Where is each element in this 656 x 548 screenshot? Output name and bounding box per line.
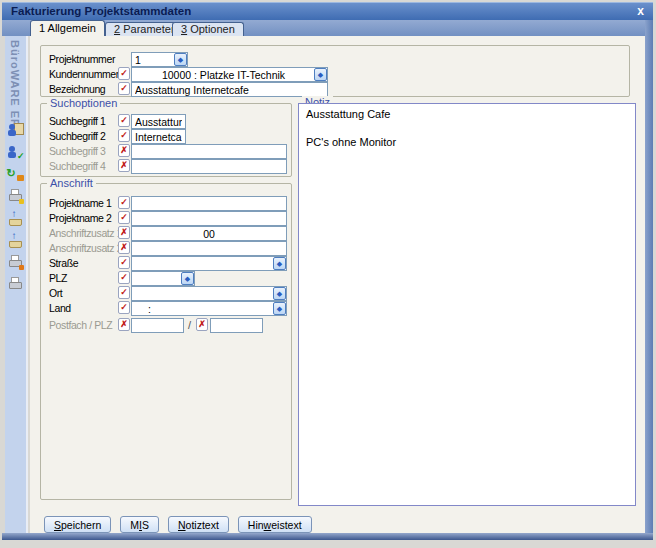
strasse-input[interactable] xyxy=(131,256,287,271)
plz-row: PLZ ✓ ◆ xyxy=(41,271,291,286)
x-icon[interactable]: ✗ xyxy=(196,318,208,331)
land-input[interactable] xyxy=(131,301,287,316)
general-group: Projektnummer ◆ Kundennummer ✓ ◆ Bezeich… xyxy=(40,45,630,97)
app-window: Fakturierung Projektstammdaten x 1 Allge… xyxy=(0,0,656,548)
printer-alert-icon[interactable] xyxy=(8,254,24,270)
tab-optionen-num: 3 xyxy=(181,23,187,35)
sidebar: BüroWARE ERP ✓ ↻ ↑ ↑ xyxy=(5,36,28,533)
window-title: Fakturierung Projektstammdaten xyxy=(11,5,191,17)
sidebar-toolbar: ✓ ↻ ↑ ↑ xyxy=(5,116,26,298)
ort-label: Ort xyxy=(49,287,62,299)
postfach-row: Postfach / PLZ ✗ / ✗ xyxy=(41,318,291,333)
suchbegriff-4-input[interactable] xyxy=(131,159,287,174)
kundennummer-row: Kundennummer ✓ ◆ xyxy=(41,67,629,82)
close-icon[interactable]: x xyxy=(637,4,644,18)
print-edit-icon[interactable] xyxy=(8,188,24,204)
anschrift-group: Anschrift Projektname 1 ✓ Projektname 2 … xyxy=(40,183,292,500)
speichern-button[interactable]: Speichern xyxy=(44,516,111,533)
check-icon[interactable]: ✓ xyxy=(118,129,130,142)
x-icon[interactable]: ✗ xyxy=(118,159,130,172)
spinner-icon[interactable]: ◆ xyxy=(314,68,327,81)
check-icon[interactable]: ✓ xyxy=(118,256,130,269)
spinner-icon[interactable]: ◆ xyxy=(273,257,286,270)
bezeichnung-field xyxy=(131,82,328,97)
titlebar: Fakturierung Projektstammdaten x xyxy=(2,2,653,20)
check-icon[interactable]: ✓ xyxy=(118,67,130,80)
strasse-label: Straße xyxy=(49,257,78,269)
spinner-icon[interactable]: ◆ xyxy=(273,287,286,300)
check-icon[interactable]: ✓ xyxy=(118,211,130,224)
tab-allgemein-num: 1 xyxy=(39,22,45,34)
suchbegriff-3-input[interactable] xyxy=(131,144,287,159)
anschriftzusatz-2-input[interactable] xyxy=(131,241,287,256)
tab-allgemein[interactable]: 1 Allgemein xyxy=(30,20,105,36)
projektname-2-label: Projektname 2 xyxy=(49,212,112,224)
tab-optionen-label: Optionen xyxy=(190,23,235,35)
suchbegriff-4-row: Suchbegriff 4 ✗ xyxy=(41,159,291,174)
notiz-line xyxy=(306,122,628,136)
anschriftzusatz-1-row: Anschriftzusatz 1 ✗ xyxy=(41,226,291,241)
spinner-icon[interactable]: ◆ xyxy=(273,302,286,315)
kundennummer-label: Kundennummer xyxy=(49,68,119,80)
x-icon[interactable]: ✗ xyxy=(118,144,130,157)
anschriftzusatz-2-row: Anschriftzusatz 2 ✗ xyxy=(41,241,291,256)
anschriftzusatz-1-input[interactable] xyxy=(131,226,287,241)
projektname-2-row: Projektname 2 ✓ xyxy=(41,211,291,226)
anschriftzusatz-2-label: Anschriftzusatz 2 xyxy=(49,242,122,254)
tab-parameter-num: 2 xyxy=(114,23,120,35)
check-icon[interactable]: ✓ xyxy=(118,196,130,209)
projektname-2-input[interactable] xyxy=(131,211,287,226)
land-label: Land xyxy=(49,302,71,314)
spinner-icon[interactable]: ◆ xyxy=(174,53,187,66)
projektname-1-label: Projektname 1 xyxy=(49,197,112,209)
check-icon[interactable]: ✓ xyxy=(118,301,130,314)
person-check-icon[interactable]: ✓ xyxy=(8,144,24,160)
person-card-icon[interactable] xyxy=(8,122,24,138)
suchbegriff-3-label: Suchbegriff 3 xyxy=(49,145,105,157)
tab-optionen[interactable]: 3 Optionen xyxy=(172,22,244,36)
tab-strip: 1 Allgemein 2 Parameter 3 Optionen xyxy=(2,20,653,36)
printer-gray-icon[interactable] xyxy=(8,276,24,292)
hinweistext-button[interactable]: Hinweistext xyxy=(238,516,312,533)
postfach-separator: / xyxy=(188,319,191,331)
notiz-line: PC's ohne Monitor xyxy=(306,136,628,150)
x-icon[interactable]: ✗ xyxy=(118,318,130,331)
suchbegriff-1-label: Suchbegriff 1 xyxy=(49,115,105,127)
check-icon[interactable]: ✓ xyxy=(118,82,130,95)
x-icon[interactable]: ✗ xyxy=(118,226,130,239)
spinner-icon[interactable]: ◆ xyxy=(181,272,194,285)
tab-allgemein-label: Allgemein xyxy=(48,22,96,34)
notiz-textarea[interactable]: Ausstattung Cafe PC's ohne Monitor xyxy=(298,103,636,506)
postfach-label: Postfach / PLZ xyxy=(49,319,112,331)
bezeichnung-input[interactable] xyxy=(131,82,328,97)
ort-row: Ort ✓ ◆ xyxy=(41,286,291,301)
check-icon[interactable]: ✓ xyxy=(118,114,130,127)
postfach-plz-input[interactable] xyxy=(210,318,263,333)
tab-parameter-label: Parameter xyxy=(123,23,174,35)
plz-label: PLZ xyxy=(49,272,67,284)
projektname-1-input[interactable] xyxy=(131,196,287,211)
postfach-input[interactable] xyxy=(131,318,184,333)
x-icon[interactable]: ✗ xyxy=(118,241,130,254)
outbox-up-icon[interactable]: ↑ xyxy=(8,210,24,226)
kundennummer-field: ◆ xyxy=(131,67,328,82)
suchbegriff-4-label: Suchbegriff 4 xyxy=(49,160,105,172)
ort-input[interactable] xyxy=(131,286,287,301)
strasse-row: Straße ✓ ◆ xyxy=(41,256,291,271)
land-row: Land ✓ ◆ xyxy=(41,301,291,316)
check-icon[interactable]: ✓ xyxy=(118,286,130,299)
refresh-home-icon[interactable]: ↻ xyxy=(8,166,24,182)
bezeichnung-row: Bezeichnung ✓ xyxy=(41,82,629,97)
check-icon[interactable]: ✓ xyxy=(118,271,130,284)
outbox-up-icon-2[interactable]: ↑ xyxy=(8,232,24,248)
projektnummer-label: Projektnummer xyxy=(49,53,115,65)
kundennummer-input[interactable] xyxy=(131,67,328,82)
suchbegriff-2-input[interactable] xyxy=(131,129,186,144)
suchbegriff-1-row: Suchbegriff 1 ✓ xyxy=(41,114,291,129)
notiztext-button[interactable]: Notiztext xyxy=(168,516,229,533)
suchbegriff-1-input[interactable] xyxy=(131,114,186,129)
mis-button[interactable]: MIS xyxy=(120,516,159,533)
bezeichnung-label: Bezeichnung xyxy=(49,83,105,95)
land-field: ◆ xyxy=(131,301,287,316)
main-panel: Projektnummer ◆ Kundennummer ✓ ◆ Bezeich… xyxy=(30,36,645,533)
